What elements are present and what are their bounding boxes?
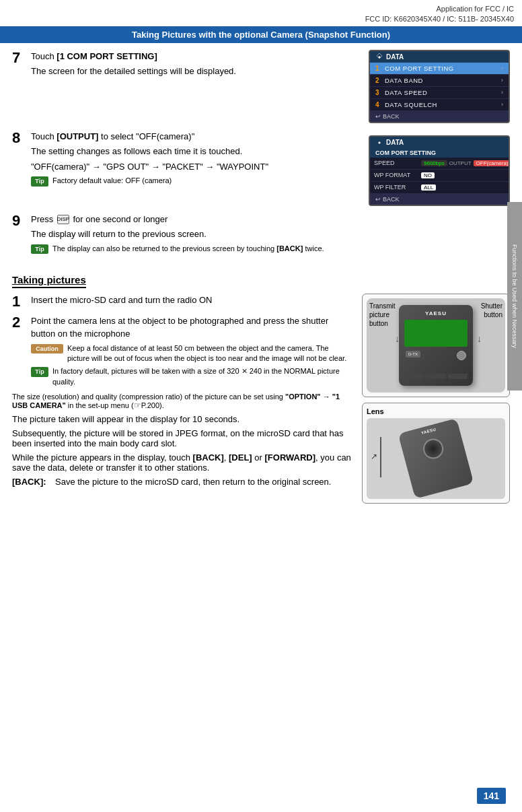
screen2-row-speed: SPEED 9600bps OUTPUT OFF(camera) <box>370 158 509 170</box>
step-8-row: 8 Touch [OUTPUT] to select "OFF(camera)"… <box>12 130 362 189</box>
tp-back-desc: Save the picture to the microSD card, th… <box>55 477 331 487</box>
lens-logo: YAESU <box>420 428 436 436</box>
lens-device-body: YAESU <box>398 418 474 499</box>
device-body: YAESU D-TX <box>399 305 473 386</box>
row-speed-val: 9600bps <box>421 160 447 166</box>
tp-extra-2: The picture taken will appear in the dis… <box>12 414 352 424</box>
camera-shutter-btn <box>457 351 466 360</box>
item-3-arrow: › <box>501 89 503 96</box>
step-9-text: Press DISP for one second or longer <box>31 213 510 226</box>
lens-arrow-icon: ↗ <box>371 452 377 461</box>
device-screen-2: DATA COM PORT SETTING SPEED 9600bps OUTP… <box>369 135 510 206</box>
lens-circle <box>421 437 446 462</box>
taking-pics-right: Transmitpicturebutton Shutterbutton ↓ ↓ … <box>362 294 510 504</box>
tip-badge-8: Tip <box>31 176 48 187</box>
tp-back-label: [BACK]: <box>12 477 50 487</box>
step-8-tip-text: Factory default value: OFF (camera) <box>52 176 172 186</box>
item-3-label: DATA SPEED <box>385 89 501 96</box>
tp-tip-row: Tip In factory default, pictures will be… <box>31 366 352 387</box>
camera-device-box: Transmitpicturebutton Shutterbutton ↓ ↓ … <box>362 294 510 397</box>
step-8-tip-row: Tip Factory default value: OFF (camera) <box>31 176 362 187</box>
side-tab-text: Functions to be Used when Necessary <box>511 244 518 348</box>
step-8-content: Touch [OUTPUT] to select "OFF(camera)" T… <box>31 130 362 189</box>
step-8-right: DATA COM PORT SETTING SPEED 9600bps OUTP… <box>369 130 510 206</box>
step-9: 9 Press DISP for one second or longer Th… <box>12 213 510 257</box>
item-2-num: 2 <box>375 77 385 84</box>
item-1-num: 1 <box>375 65 385 72</box>
device-screen-1: DATA 1 COM PORT SETTING › 2 DATA BAND › … <box>369 50 510 123</box>
step-7-bold: [1 COM PORT SETTING] <box>57 51 157 61</box>
row-wpformat-label: WP FORMAT <box>374 172 421 178</box>
screen1-header: DATA <box>370 51 509 63</box>
taking-pictures-section: Taking pictures 1 Insert the micro-SD ca… <box>12 265 510 504</box>
shutter-label: Shutterbutton <box>481 302 502 319</box>
lens-device-inner: ↗ YAESU <box>367 418 505 499</box>
item-3-num: 3 <box>375 89 385 96</box>
back-arrow-icon-2: ↩ <box>375 196 381 203</box>
step-8-text: Touch [OUTPUT] to select "OFF(camera)" <box>31 130 362 143</box>
item-4-num: 4 <box>375 101 385 108</box>
wifi-icon-2 <box>375 139 383 145</box>
screen2-title-text: COM PORT SETTING <box>375 149 436 156</box>
banner-text: Taking Pictures with the optional Camera… <box>132 30 390 40</box>
section-banner: Taking Pictures with the optional Camera… <box>0 26 522 43</box>
step-8-subtext: The setting changes as follows each time… <box>31 145 362 158</box>
tp-step-2: 2 Point the camera lens at the object to… <box>12 314 352 391</box>
step-8-sequence: "OFF(camera)" → "GPS OUT" → "PACKET" → "… <box>31 160 362 174</box>
screen2-header: DATA <box>370 137 509 148</box>
taking-pics-left: 1 Insert the micro-SD card and turn the … <box>12 294 352 504</box>
taking-pics-layout: 1 Insert the micro-SD card and turn the … <box>12 294 510 504</box>
tip-badge-tp: Tip <box>31 367 48 377</box>
tip-badge-9: Tip <box>31 244 48 255</box>
step-7-text: Touch [1 COM PORT SETTING] <box>31 50 362 63</box>
dev-btn-2 <box>426 374 445 379</box>
tp-tip-text: In factory default, pictures will be tak… <box>52 366 352 387</box>
dtx-button: D-TX <box>406 351 420 358</box>
disp-icon: DISP <box>57 215 69 224</box>
step-7-right: DATA 1 COM PORT SETTING › 2 DATA BAND › … <box>369 50 510 123</box>
main-content: 7 Touch [1 COM PORT SETTING] The screen … <box>0 50 522 504</box>
lens-line <box>380 437 381 477</box>
step-9-number: 9 <box>12 213 31 229</box>
tp-step-2-content: Point the camera lens at the object to b… <box>31 314 352 391</box>
item-4-label: DATA SQUELCH <box>385 101 501 108</box>
item-4-arrow: › <box>501 101 503 108</box>
screen1-item-1: 1 COM PORT SETTING › <box>370 63 509 75</box>
tp-step-2-number: 2 <box>12 314 31 331</box>
item-1-arrow: › <box>501 65 503 71</box>
tp-step-1-content: Insert the micro-SD card and turn the ra… <box>31 294 352 309</box>
step-8-left: 8 Touch [OUTPUT] to select "OFF(camera)"… <box>12 130 362 206</box>
screen1-back: ↩ BACK <box>370 111 509 122</box>
screen1-back-label: BACK <box>383 113 400 120</box>
screen2-title-row: COM PORT SETTING <box>370 148 509 158</box>
header-line1: Application for FCC / IC <box>8 4 514 14</box>
screen2-row-wpformat: WP FORMAT NO <box>370 170 509 182</box>
row-speed-label: SPEED <box>374 160 421 166</box>
screen2-row-wpfilter: WP FILTER ALL <box>370 182 509 194</box>
tp-extra-4: While the picture appears in the display… <box>12 452 352 473</box>
tp-step-2-text: Point the camera lens at the object to b… <box>31 314 352 341</box>
step-9-content: Press DISP for one second or longer The … <box>31 213 510 257</box>
page-header: Application for FCC / IC FCC ID: K662034… <box>0 0 522 26</box>
item-2-arrow: › <box>501 77 503 83</box>
tp-step-1-number: 1 <box>12 294 31 310</box>
output-label: OUTPUT <box>449 160 472 166</box>
tp-caution-row: Caution Keep a focal distance of at leas… <box>31 343 352 364</box>
step-9-subtext: The display will return to the previous … <box>31 228 510 241</box>
tp-step-1-text: Insert the micro-SD card and turn the ra… <box>31 294 352 307</box>
header-line2: FCC ID: K6620345X40 / IC: 511B- 20345X40 <box>8 14 514 24</box>
transmit-label: Transmitpicturebutton <box>369 302 396 328</box>
row-wpformat-val: NO <box>421 172 435 178</box>
tp-extra-1: The size (resolution) and quality (compr… <box>12 393 352 410</box>
step-9-tip-row: Tip The display can also be returned to … <box>31 244 510 255</box>
step-8: 8 Touch [OUTPUT] to select "OFF(camera)"… <box>12 130 510 206</box>
screen1-item-3: 3 DATA SPEED › <box>370 87 509 99</box>
caution-badge: Caution <box>31 344 63 354</box>
step-9-tip-text: The display can also be returned to the … <box>52 244 324 254</box>
step-7-number: 7 <box>12 50 31 66</box>
dev-btn-3 <box>448 374 468 379</box>
step-7: 7 Touch [1 COM PORT SETTING] The screen … <box>12 50 510 123</box>
row-output-val: OFF(camera) <box>474 160 510 166</box>
screen2-back-label: BACK <box>383 196 400 203</box>
camera-device-inner: Transmitpicturebutton Shutterbutton ↓ ↓ … <box>367 298 505 393</box>
